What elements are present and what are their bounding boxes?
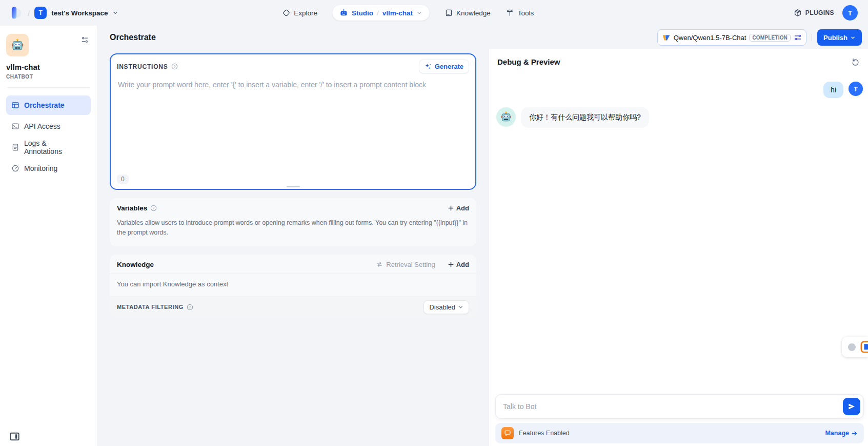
- app-settings-icon[interactable]: [79, 34, 91, 46]
- variables-description: Variables allow users to introduce promp…: [110, 217, 476, 246]
- sparkles-icon: [425, 63, 432, 70]
- nav-studio-current-app[interactable]: Studio / vllm-chat: [333, 5, 429, 21]
- user-chat-avatar: T: [849, 82, 863, 96]
- sidebar-item-label: API Access: [24, 122, 60, 130]
- features-icon: [501, 427, 514, 439]
- bot-message-bubble: 你好！有什么问题我可以帮助你吗?: [521, 107, 649, 128]
- top-header: / T test's Workspace Explore Studio / vl…: [0, 0, 868, 26]
- nav-tools-label: Tools: [518, 9, 534, 17]
- send-icon: [847, 402, 856, 411]
- sidebar-divider: [7, 87, 90, 88]
- knowledge-header: Knowledge Retrieval Setting Add: [110, 255, 476, 274]
- instructions-header: INSTRUCTIONS ? Generate: [111, 54, 475, 75]
- model-params-icon[interactable]: [794, 33, 802, 42]
- knowledge-description: You can import Knowledge as context: [110, 274, 476, 296]
- knowledge-title: Knowledge: [117, 261, 154, 268]
- topbar-right: Qwen/Qwen1.5-7B-Chat COMPLETION Publish: [657, 29, 862, 46]
- robot-icon: [340, 9, 348, 17]
- app-icon[interactable]: [6, 34, 29, 56]
- add-label: Add: [456, 204, 469, 212]
- hammer-icon: [506, 9, 514, 17]
- help-circle-icon[interactable]: ?: [150, 205, 157, 211]
- app-sidebar: vllm-chat CHATBOT Orchestrate API Access…: [0, 26, 97, 446]
- prompt-editor[interactable]: [111, 75, 475, 174]
- retrieval-setting-button[interactable]: Retrieval Setting: [376, 261, 435, 268]
- char-count: 0: [117, 174, 129, 184]
- dify-app-page: / T test's Workspace Explore Studio / vl…: [0, 0, 868, 446]
- widget-dot-icon: [848, 343, 856, 351]
- help-circle-icon[interactable]: ?: [171, 63, 178, 70]
- metadata-filtering-select[interactable]: Disabled: [423, 300, 469, 314]
- publish-button[interactable]: Publish: [817, 29, 862, 46]
- collapse-panel-button[interactable]: [9, 431, 21, 442]
- user-avatar[interactable]: T: [842, 5, 858, 21]
- svg-text:?: ?: [189, 305, 191, 309]
- debug-header: Debug & Preview: [489, 49, 868, 71]
- plugins-button[interactable]: PLUGINS: [794, 9, 834, 17]
- nav-knowledge[interactable]: Knowledge: [445, 9, 491, 17]
- variables-card: Variables ? Add Variables allow users to…: [110, 198, 476, 246]
- chat-bottom: Features Enabled Manage: [489, 390, 868, 446]
- chat-input[interactable]: [495, 394, 864, 419]
- variables-header: Variables ? Add: [110, 198, 476, 217]
- gauge-icon: [11, 164, 19, 172]
- content-columns: INSTRUCTIONS ? Generate 0: [97, 49, 868, 446]
- arrow-right-icon: [851, 430, 858, 437]
- instructions-title: INSTRUCTIONS: [117, 63, 168, 70]
- svg-text:?: ?: [173, 65, 175, 68]
- publish-label: Publish: [823, 34, 847, 42]
- resize-handle[interactable]: [287, 186, 300, 187]
- chat-input-wrap: [495, 394, 864, 419]
- retrieval-label: Retrieval Setting: [386, 261, 435, 268]
- add-knowledge-button[interactable]: Add: [448, 261, 469, 268]
- model-mode-badge: COMPLETION: [749, 34, 791, 42]
- nav-current-app-label: vllm-chat: [382, 9, 413, 17]
- vllm-logo-icon: [662, 33, 671, 42]
- plus-icon: [448, 205, 454, 211]
- nav-explore[interactable]: Explore: [282, 9, 317, 17]
- robot-emoji-icon: [500, 111, 512, 123]
- generate-button[interactable]: Generate: [419, 60, 469, 73]
- manage-features-link[interactable]: Manage: [825, 430, 858, 437]
- workspace-switcher[interactable]: / T test's Workspace: [10, 6, 118, 20]
- layout-toggle-icon: [9, 431, 21, 442]
- chevron-down-icon: [416, 10, 422, 16]
- nav-separator: /: [377, 9, 379, 17]
- help-circle-icon[interactable]: ?: [187, 304, 193, 311]
- plugins-label: PLUGINS: [805, 9, 834, 16]
- chat-area: hi T: [489, 71, 868, 390]
- manage-label: Manage: [825, 430, 849, 437]
- sidebar-item-monitoring[interactable]: Monitoring: [6, 159, 91, 178]
- main-nav: Explore Studio / vllm-chat Knowledge: [282, 5, 534, 21]
- robot-emoji-icon: [10, 38, 25, 52]
- retrieval-icon: [376, 261, 383, 268]
- add-variable-button[interactable]: Add: [448, 204, 469, 212]
- floating-extension-widget[interactable]: [842, 337, 868, 357]
- features-bar: Features Enabled Manage: [495, 423, 864, 443]
- book-icon: [445, 9, 453, 17]
- sidebar-item-label: Logs & Annotations: [24, 139, 86, 156]
- model-selector[interactable]: Qwen/Qwen1.5-7B-Chat COMPLETION: [657, 29, 806, 46]
- app-type-badge: CHATBOT: [6, 74, 91, 80]
- main-area: Orchestrate Qwen/Qwen1.5-7B-Chat COMPLET…: [97, 26, 868, 446]
- debug-title: Debug & Preview: [497, 57, 560, 66]
- add-label: Add: [456, 261, 469, 268]
- chevron-down-icon: [112, 10, 118, 16]
- restart-conversation-icon[interactable]: [851, 57, 860, 66]
- send-button[interactable]: [843, 398, 860, 415]
- log-document-icon: [11, 143, 19, 151]
- workspace-name: test's Workspace: [51, 9, 108, 17]
- plus-icon: [448, 261, 454, 268]
- window-layout-icon: [11, 101, 19, 109]
- metadata-filtering-row: METADATA FILTERING ? Disabled: [110, 296, 476, 318]
- explore-icon: [282, 9, 290, 17]
- variables-title: Variables: [117, 204, 147, 212]
- nav-studio-label: Studio: [352, 9, 373, 17]
- metadata-filtering-value: Disabled: [429, 303, 455, 311]
- sidebar-item-api-access[interactable]: API Access: [6, 117, 91, 136]
- nav-tools[interactable]: Tools: [506, 9, 534, 17]
- sidebar-item-orchestrate[interactable]: Orchestrate: [6, 95, 91, 115]
- sidebar-item-logs-annotations[interactable]: Logs & Annotations: [6, 138, 91, 157]
- instructions-card: INSTRUCTIONS ? Generate 0: [110, 53, 476, 190]
- sidebar-item-label: Monitoring: [24, 164, 57, 172]
